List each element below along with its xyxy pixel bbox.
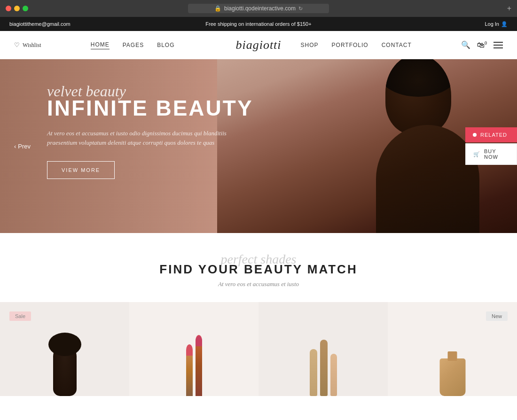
traffic-lights	[6, 6, 28, 11]
user-icon: 👤	[501, 21, 508, 27]
nav-contact[interactable]: CONTACT	[382, 42, 412, 48]
hero-content: velvet beauty INFINITE BEAUTY At vero eo…	[47, 83, 253, 179]
product-image-1	[53, 344, 77, 396]
minimize-button[interactable]	[14, 6, 20, 11]
model-head	[385, 59, 451, 134]
buy-now-button[interactable]: 🛒 BUY NOW	[465, 143, 517, 165]
wishlist-label: Wishlist	[23, 42, 41, 49]
refresh-icon[interactable]: ↻	[298, 6, 303, 12]
tube-3	[330, 354, 337, 396]
product-image-2	[186, 344, 202, 396]
skincare-tube	[439, 358, 465, 396]
cart-count: 0	[485, 40, 487, 46]
product-image-4	[439, 358, 465, 396]
url-text: biagiotti.qodeinteractive.com	[224, 5, 296, 12]
cart-icon[interactable]: 🛍0	[477, 40, 487, 49]
product-image-3	[310, 340, 337, 396]
related-button[interactable]: RELATED	[465, 127, 517, 142]
nav-home[interactable]: HOME	[91, 41, 110, 49]
product-card-1[interactable]: Sale	[0, 302, 129, 396]
hero-section: velvet beauty INFINITE BEAUTY At vero eo…	[0, 59, 517, 233]
search-icon[interactable]: 🔍	[461, 40, 470, 49]
nav-shop[interactable]: SHOP	[301, 42, 319, 48]
nav-menu-right: SHOP PORTFOLIO CONTACT	[301, 42, 412, 48]
close-button[interactable]	[6, 6, 11, 11]
site-logo[interactable]: biagiotti	[235, 38, 281, 52]
new-tab-button[interactable]: +	[507, 4, 511, 13]
email-text: biagiottitheme@gmail.com	[9, 21, 70, 27]
sale-badge: Sale	[9, 311, 31, 321]
product-card-4[interactable]: New	[388, 302, 517, 396]
hero-subtitle: At vero eos et accusamus et iusto odio d…	[47, 129, 244, 148]
circle-icon	[473, 133, 477, 137]
lipstick-product-2	[196, 344, 202, 396]
product-card-2[interactable]	[129, 302, 258, 396]
promo-text: Free shipping on international orders of…	[205, 21, 311, 27]
nav-blog[interactable]: BLOG	[157, 42, 174, 48]
wishlist-area[interactable]: ♡ Wishlist	[14, 41, 41, 49]
nav-pages[interactable]: PAGES	[123, 42, 144, 48]
hero-title: INFINITE BEAUTY	[47, 96, 253, 120]
main-nav: ♡ Wishlist HOME PAGES BLOG biagiotti SHO…	[0, 31, 517, 59]
nav-menu-left: HOME PAGES BLOG	[91, 41, 175, 49]
products-section: perfect shades FIND YOUR BEAUTY MATCH At…	[0, 233, 517, 396]
model-hair	[385, 59, 451, 97]
lock-icon: 🔒	[214, 5, 221, 12]
tube-2	[320, 340, 328, 396]
product-card-3[interactable]	[258, 302, 388, 396]
browser-chrome: 🔒 biagiotti.qodeinteractive.com ↻ +	[0, 0, 517, 17]
login-link[interactable]: Log In	[485, 21, 499, 27]
products-grid: Sale	[0, 302, 517, 396]
lipstick-product	[186, 354, 193, 396]
maximize-button[interactable]	[23, 6, 28, 11]
login-area: Log In 👤	[485, 21, 508, 27]
nav-menu-container: HOME PAGES BLOG biagiotti SHOP PORTFOLIO…	[91, 41, 412, 49]
top-bar: biagiottitheme@gmail.com Free shipping o…	[0, 17, 517, 31]
section-title: FIND YOUR BEAUTY MATCH	[0, 262, 517, 277]
hero-cta-button[interactable]: VIEW MORE	[47, 161, 115, 179]
model-body	[376, 125, 479, 233]
cart-small-icon: 🛒	[473, 151, 480, 157]
address-bar[interactable]: 🔒 biagiotti.qodeinteractive.com ↻	[188, 4, 329, 13]
nav-portfolio[interactable]: PORTFOLIO	[332, 42, 368, 48]
section-subtitle: At vero eos et accusamus et iusto	[0, 280, 517, 288]
heart-icon: ♡	[14, 41, 20, 49]
chevron-left-icon: ‹	[14, 143, 16, 150]
hamburger-menu[interactable]	[494, 42, 503, 48]
tube-1	[310, 349, 317, 396]
nav-icons: 🔍 🛍0	[461, 40, 503, 49]
new-badge: New	[486, 311, 508, 321]
hero-prev-button[interactable]: ‹ Prev	[14, 143, 31, 150]
related-panel: RELATED 🛒 BUY NOW	[465, 127, 517, 165]
